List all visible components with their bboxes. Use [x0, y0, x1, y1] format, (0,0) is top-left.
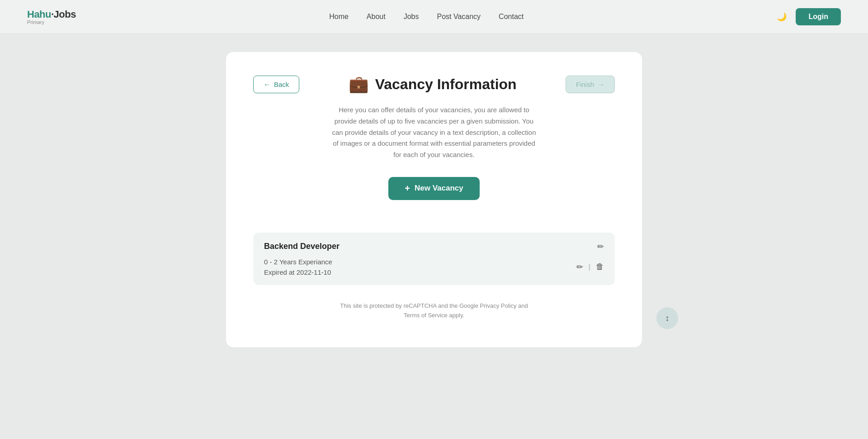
finish-button[interactable]: Finish →: [566, 76, 615, 93]
main-content: ← Back 💼 Vacancy Information Finish → He…: [0, 34, 868, 365]
vacancy-card: Backend Developer ✏ 0 - 2 Years Experian…: [253, 233, 615, 285]
card-header: ← Back 💼 Vacancy Information Finish →: [253, 75, 615, 94]
back-button[interactable]: ← Back: [253, 76, 299, 93]
page-title-row: 💼 Vacancy Information: [349, 75, 517, 94]
mouse-cursor-icon: ↕: [665, 314, 670, 323]
recaptcha-text: This site is protected by reCAPTCHA and …: [253, 301, 615, 320]
vacancy-edit-top-icon[interactable]: ✏: [597, 242, 604, 252]
arrow-left-icon: ←: [264, 81, 270, 88]
finish-label: Finish: [576, 81, 594, 88]
page-title: Vacancy Information: [375, 76, 517, 93]
card: ← Back 💼 Vacancy Information Finish → He…: [226, 52, 642, 347]
moon-icon: 🌙: [777, 12, 787, 22]
vacancy-actions: ✏ | 🗑: [576, 262, 604, 272]
page-title-area: 💼 Vacancy Information: [349, 75, 517, 94]
recaptcha-line2: Terms of Service apply.: [404, 312, 464, 319]
vacancy-title: Backend Developer: [264, 242, 340, 251]
back-label: Back: [274, 81, 289, 88]
delete-icon[interactable]: 🗑: [596, 262, 604, 272]
nav-right: 🌙 Login: [777, 8, 841, 25]
briefcase-icon: 💼: [349, 75, 369, 94]
plus-icon: +: [405, 183, 410, 194]
nav-links: Home About Jobs Post Vacancy Contact: [329, 13, 524, 21]
vacancy-info: 0 - 2 Years Experiance Expired at 2022-1…: [264, 258, 332, 276]
vacancy-card-header: Backend Developer ✏: [264, 242, 604, 252]
logo-title: Hahu·Jobs: [27, 9, 76, 20]
vacancy-description: Here you can offer details of your vacan…: [330, 105, 538, 161]
new-vacancy-label: New Vacancy: [415, 184, 463, 193]
new-vacancy-button[interactable]: + New Vacancy: [388, 177, 479, 200]
logo-area: Hahu·Jobs Primary: [27, 9, 76, 25]
nav-post-vacancy[interactable]: Post Vacancy: [437, 13, 481, 21]
recaptcha-line1: This site is protected by reCAPTCHA and …: [340, 302, 528, 309]
action-divider: |: [589, 263, 590, 271]
nav-home[interactable]: Home: [329, 13, 349, 21]
nav-contact[interactable]: Contact: [499, 13, 524, 21]
edit-icon[interactable]: ✏: [576, 262, 583, 272]
nav-about[interactable]: About: [367, 13, 386, 21]
vacancy-expiry: Expired at 2022-11-10: [264, 268, 332, 276]
new-vacancy-wrapper: + New Vacancy: [253, 177, 615, 216]
navbar: Hahu·Jobs Primary Home About Jobs Post V…: [0, 0, 868, 34]
vacancy-details: 0 - 2 Years Experiance Expired at 2022-1…: [264, 258, 604, 276]
scroll-button[interactable]: ↕: [656, 307, 678, 329]
logo-subtitle: Primary: [27, 19, 76, 25]
login-button[interactable]: Login: [796, 8, 841, 25]
vacancy-experience: 0 - 2 Years Experiance: [264, 258, 332, 266]
nav-jobs[interactable]: Jobs: [404, 13, 419, 21]
dark-mode-button[interactable]: 🌙: [777, 12, 787, 22]
arrow-right-icon: →: [598, 81, 604, 88]
